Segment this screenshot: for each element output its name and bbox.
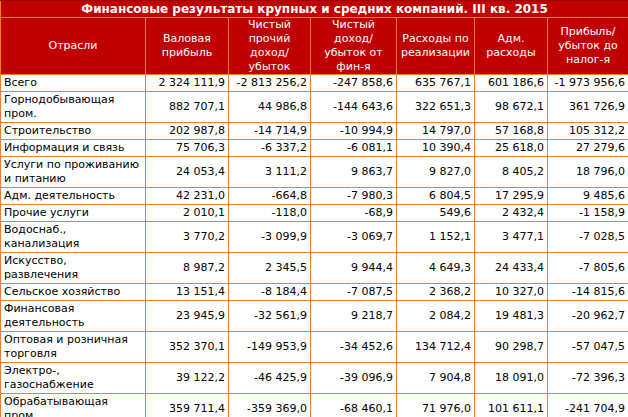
value-net-financing-income: -7 087,5 <box>311 284 397 301</box>
value-net-financing-income: -68,9 <box>311 205 397 222</box>
value-sales-expenses: 9 827,0 <box>397 157 475 188</box>
value-sales-expenses: 71 976,0 <box>397 394 475 417</box>
value-sales-expenses: 549,6 <box>397 205 475 222</box>
value-net-other-income: -46 425,9 <box>229 363 311 394</box>
industry-label: Обрабатывающая пром. <box>1 394 146 417</box>
column-header-gross-profit: Валовая прибыль <box>146 18 229 75</box>
value-pretax-profit: 361 726,9 <box>548 92 628 123</box>
column-header-sales-expenses: Расходы по реализации <box>397 18 475 75</box>
value-admin-expenses: 2 432,4 <box>475 205 548 222</box>
value-sales-expenses: 1 152,1 <box>397 222 475 253</box>
value-admin-expenses: 90 298,7 <box>475 332 548 363</box>
value-net-financing-income: -34 452,6 <box>311 332 397 363</box>
value-admin-expenses: 101 611,1 <box>475 394 548 417</box>
value-sales-expenses: 4 649,3 <box>397 253 475 284</box>
industry-label: Оптовая и розничная торговля <box>1 332 146 363</box>
value-net-financing-income: -7 980,3 <box>311 188 397 205</box>
value-gross-profit: 2 010,1 <box>146 205 229 222</box>
value-admin-expenses: 19 481,3 <box>475 301 548 332</box>
table-row: Горнодобывающая пром. 882 707,1 44 986,8… <box>1 92 628 123</box>
column-header-net-other-income: Чистый прочий доход/убыток <box>229 18 311 75</box>
value-sales-expenses: 6 804,5 <box>397 188 475 205</box>
value-gross-profit: 2 324 111,9 <box>146 75 229 92</box>
value-pretax-profit: -72 396,3 <box>548 363 628 394</box>
value-admin-expenses: 601 186,6 <box>475 75 548 92</box>
value-admin-expenses: 18 091,0 <box>475 363 548 394</box>
table-row: Оптовая и розничная торговля 352 370,1 -… <box>1 332 628 363</box>
value-sales-expenses: 134 712,4 <box>397 332 475 363</box>
table-row: Электро-, газоснабжение 39 122,2 -46 425… <box>1 363 628 394</box>
table-row: Адм. деятельность 42 231,0 -664,8 -7 980… <box>1 188 628 205</box>
value-pretax-profit: 105 312,2 <box>548 123 628 140</box>
value-sales-expenses: 2 084,2 <box>397 301 475 332</box>
value-pretax-profit: -1 973 956,6 <box>548 75 628 92</box>
value-net-financing-income: -144 643,6 <box>311 92 397 123</box>
table-title: Финансовые результаты крупных и средних … <box>1 1 628 18</box>
table-row: Обрабатывающая пром. 359 711,4 -359 369,… <box>1 394 628 417</box>
value-net-financing-income: -247 858,6 <box>311 75 397 92</box>
value-net-financing-income: -6 081,1 <box>311 140 397 157</box>
value-pretax-profit: -14 815,6 <box>548 284 628 301</box>
value-net-other-income: -149 953,9 <box>229 332 311 363</box>
value-net-other-income: -8 184,4 <box>229 284 311 301</box>
industry-label: Адм. деятельность <box>1 188 146 205</box>
industry-label: Финансовая деятельность <box>1 301 146 332</box>
value-net-other-income: -2 813 256,2 <box>229 75 311 92</box>
value-net-financing-income: 9 944,4 <box>311 253 397 284</box>
value-sales-expenses: 322 651,3 <box>397 92 475 123</box>
value-admin-expenses: 10 327,0 <box>475 284 548 301</box>
industry-label: Строительство <box>1 123 146 140</box>
industry-label: Всего <box>1 75 146 92</box>
table-row: Информация и связь 75 706,3 -6 337,2 -6 … <box>1 140 628 157</box>
value-net-other-income: -359 369,0 <box>229 394 311 417</box>
value-admin-expenses: 17 295,9 <box>475 188 548 205</box>
header-row: Отрасли Валовая прибыль Чистый прочий до… <box>1 18 628 75</box>
value-admin-expenses: 8 405,2 <box>475 157 548 188</box>
value-admin-expenses: 98 672,1 <box>475 92 548 123</box>
title-row: Финансовые результаты крупных и средних … <box>1 1 628 18</box>
table-row: Сельское хозяйство 13 151,4 -8 184,4 -7 … <box>1 284 628 301</box>
value-gross-profit: 352 370,1 <box>146 332 229 363</box>
value-gross-profit: 359 711,4 <box>146 394 229 417</box>
value-pretax-profit: 9 485,6 <box>548 188 628 205</box>
value-net-other-income: -664,8 <box>229 188 311 205</box>
value-net-other-income: -3 099,9 <box>229 222 311 253</box>
table-row: Всего 2 324 111,9 -2 813 256,2 -247 858,… <box>1 75 628 92</box>
value-net-financing-income: -3 069,7 <box>311 222 397 253</box>
value-gross-profit: 42 231,0 <box>146 188 229 205</box>
value-net-other-income: 2 345,5 <box>229 253 311 284</box>
value-pretax-profit: -7 805,6 <box>548 253 628 284</box>
table-body: Всего 2 324 111,9 -2 813 256,2 -247 858,… <box>1 75 628 417</box>
value-gross-profit: 75 706,3 <box>146 140 229 157</box>
value-pretax-profit: -7 028,5 <box>548 222 628 253</box>
table-row: Водоснаб., канализация 3 770,2 -3 099,9 … <box>1 222 628 253</box>
value-admin-expenses: 3 477,1 <box>475 222 548 253</box>
industry-label: Прочие услуги <box>1 205 146 222</box>
value-pretax-profit: 18 796,0 <box>548 157 628 188</box>
value-net-financing-income: -68 460,1 <box>311 394 397 417</box>
column-header-net-financing-income: Чистый доход/ убыток от фин-я <box>311 18 397 75</box>
value-net-financing-income: 9 218,7 <box>311 301 397 332</box>
column-header-admin-expenses: Адм. расходы <box>475 18 548 75</box>
industry-label: Электро-, газоснабжение <box>1 363 146 394</box>
table-row: Финансовая деятельность 23 945,9 -32 561… <box>1 301 628 332</box>
value-sales-expenses: 2 368,2 <box>397 284 475 301</box>
industry-label: Водоснаб., канализация <box>1 222 146 253</box>
value-gross-profit: 24 053,4 <box>146 157 229 188</box>
value-pretax-profit: -20 962,7 <box>548 301 628 332</box>
value-net-financing-income: -39 096,9 <box>311 363 397 394</box>
table-row: Прочие услуги 2 010,1 -118,0 -68,9 549,6… <box>1 205 628 222</box>
value-net-financing-income: -10 994,9 <box>311 123 397 140</box>
value-gross-profit: 23 945,9 <box>146 301 229 332</box>
table-row: Услуги по проживанию и питанию 24 053,4 … <box>1 157 628 188</box>
value-sales-expenses: 10 390,4 <box>397 140 475 157</box>
industry-label: Сельское хозяйство <box>1 284 146 301</box>
value-pretax-profit: 27 279,6 <box>548 140 628 157</box>
financial-results-table: Финансовые результаты крупных и средних … <box>0 0 628 417</box>
value-sales-expenses: 7 904,8 <box>397 363 475 394</box>
value-gross-profit: 3 770,2 <box>146 222 229 253</box>
value-sales-expenses: 14 797,0 <box>397 123 475 140</box>
industry-label: Информация и связь <box>1 140 146 157</box>
value-gross-profit: 202 987,8 <box>146 123 229 140</box>
value-admin-expenses: 57 168,8 <box>475 123 548 140</box>
